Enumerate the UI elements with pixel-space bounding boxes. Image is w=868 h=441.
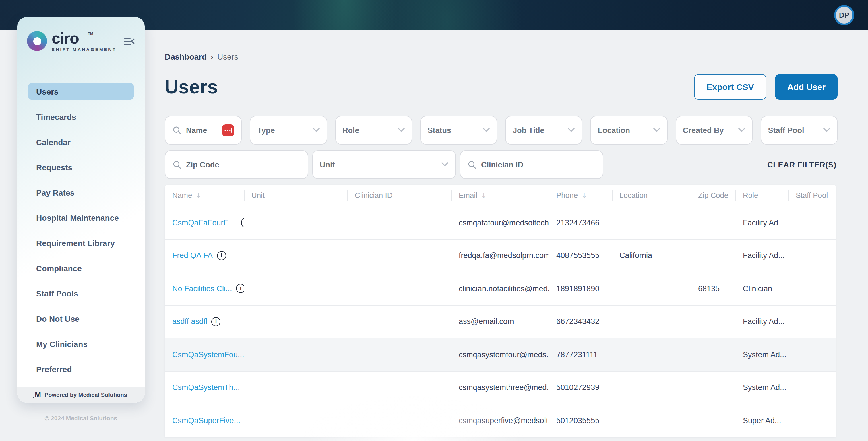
user-name-link[interactable]: No Facilities Cli... bbox=[172, 284, 232, 293]
column-label: Zip Code bbox=[698, 191, 728, 200]
user-name-link[interactable]: Fred QA FA bbox=[172, 251, 213, 260]
staff-pool-filter-select[interactable]: Staff Pool bbox=[761, 116, 838, 144]
brand-tagline: SHIFT MANAGEMENT bbox=[52, 47, 117, 52]
table-row[interactable]: CsmQaFaFourF ... csmqafafour@medsoltech.… bbox=[165, 206, 836, 239]
sort-arrow-icon[interactable] bbox=[481, 191, 487, 200]
column-header-clinician-id[interactable]: Clinician ID bbox=[347, 185, 451, 206]
phone-cell: 2132473466 bbox=[549, 218, 612, 227]
clear-filters-button[interactable]: CLEAR FILTER(S) bbox=[767, 160, 838, 169]
sidebar-item-preferred[interactable]: Preferred bbox=[28, 360, 134, 378]
partial-info-icon bbox=[241, 218, 244, 228]
clinician-id-filter-input[interactable] bbox=[481, 160, 596, 169]
add-user-button[interactable]: Add User bbox=[775, 74, 838, 100]
sidebar-item-label: Hospital Maintenance bbox=[36, 213, 119, 222]
sidebar-item-pay-rates[interactable]: Pay Rates bbox=[28, 183, 134, 201]
user-name-link[interactable]: CsmQaSuperFive... bbox=[172, 416, 240, 425]
email-cell: fredqa.fa@medsolprn.com bbox=[451, 251, 549, 260]
sidebar-item-label: Users bbox=[36, 87, 59, 96]
table-row[interactable]: asdff asdfl ass@email.com 6672343432 Fac… bbox=[165, 305, 836, 338]
sidebar-item-label: Compliance bbox=[36, 264, 82, 273]
table-row[interactable]: No Facilities Cli... clinician.nofacilit… bbox=[165, 272, 836, 305]
sidebar-item-calendar[interactable]: Calendar bbox=[28, 133, 134, 151]
sidebar-collapse-icon[interactable] bbox=[123, 36, 135, 49]
medical-solutions-logo-icon: M bbox=[35, 391, 41, 399]
header-actions: Export CSV Add User bbox=[694, 74, 838, 100]
user-avatar[interactable]: DP bbox=[834, 5, 854, 25]
search-icon bbox=[172, 160, 181, 169]
column-header-name[interactable]: Name bbox=[165, 185, 244, 206]
column-header-staff-pool[interactable]: Staff Pool bbox=[788, 185, 836, 206]
sidebar-item-do-not-use[interactable]: Do Not Use bbox=[28, 310, 134, 328]
column-header-email[interactable]: Email bbox=[451, 185, 549, 206]
breadcrumb-dashboard-link[interactable]: Dashboard bbox=[165, 52, 207, 61]
column-header-role[interactable]: Role bbox=[735, 185, 788, 206]
phone-cell: 1891891890 bbox=[549, 284, 612, 293]
unit-filter-select[interactable]: Unit bbox=[312, 150, 456, 179]
user-name-link[interactable]: CsmQaSystemTh... bbox=[172, 383, 240, 392]
table-row[interactable]: CsmQaSystemTh... csmqasystemthree@med...… bbox=[165, 371, 836, 404]
column-header-unit[interactable]: Unit bbox=[244, 185, 347, 206]
export-csv-button[interactable]: Export CSV bbox=[694, 74, 767, 100]
chevron-down-icon bbox=[441, 162, 448, 167]
sidebar-item-compliance[interactable]: Compliance bbox=[28, 259, 134, 277]
sidebar-item-hospital-maintenance[interactable]: Hospital Maintenance bbox=[28, 209, 134, 227]
sidebar-item-timecards[interactable]: Timecards bbox=[28, 108, 134, 126]
sidebar-item-requests[interactable]: Requests bbox=[28, 158, 134, 176]
job-title-filter-select[interactable]: Job Title bbox=[505, 116, 582, 144]
email-cell: csmqafafour@medsoltech... bbox=[451, 218, 549, 227]
chevron-down-icon bbox=[313, 128, 319, 133]
trademark-label: TM bbox=[88, 32, 93, 36]
user-name-link[interactable]: CsmQaFaFourF ... bbox=[172, 218, 237, 227]
name-filter-field[interactable] bbox=[165, 116, 242, 144]
table-row[interactable]: CsmQaSystemFou... csmqasystemfour@meds..… bbox=[165, 338, 836, 371]
status-filter-label: Status bbox=[428, 126, 478, 134]
staff-pool-filter-label: Staff Pool bbox=[768, 126, 819, 134]
status-filter-select[interactable]: Status bbox=[420, 116, 497, 144]
password-manager-autofill-icon[interactable] bbox=[222, 124, 235, 136]
info-icon[interactable] bbox=[217, 251, 226, 260]
table-row[interactable]: Fred QA FA fredqa.fa@medsolprn.com 40875… bbox=[165, 239, 836, 272]
table-row[interactable]: CsmQaSuperFive... csmqasuperfive@medsolt… bbox=[165, 404, 836, 437]
zip-code-filter-input[interactable] bbox=[186, 160, 301, 169]
column-header-phone[interactable]: Phone bbox=[549, 185, 612, 206]
chevron-down-icon bbox=[568, 128, 575, 133]
job-title-filter-label: Job Title bbox=[513, 126, 563, 134]
created-by-filter-select[interactable]: Created By bbox=[675, 116, 753, 144]
chevron-down-icon bbox=[653, 128, 660, 133]
filter-row-2: Unit CLEAR FILTER(S) bbox=[165, 150, 838, 179]
powered-by-bar: M Powered by Medical Solutions bbox=[17, 387, 145, 403]
page-title: Users bbox=[165, 76, 218, 98]
sort-arrow-icon[interactable] bbox=[195, 191, 201, 200]
clinician-id-filter-field[interactable] bbox=[460, 150, 603, 179]
sidebar-item-label: Requirement Library bbox=[36, 238, 115, 247]
unit-filter-label: Unit bbox=[320, 160, 437, 169]
sort-arrow-icon[interactable] bbox=[581, 191, 587, 200]
location-filter-select[interactable]: Location bbox=[590, 116, 668, 144]
column-label: Name bbox=[172, 191, 192, 200]
sidebar-item-staff-pools[interactable]: Staff Pools bbox=[28, 284, 134, 302]
column-label: Location bbox=[619, 191, 648, 200]
name-filter-input[interactable] bbox=[186, 126, 218, 134]
chevron-down-icon bbox=[823, 128, 830, 133]
column-label: Unit bbox=[251, 191, 265, 200]
sidebar-item-users[interactable]: Users bbox=[28, 82, 134, 100]
email-cell: csmqasystemfour@meds... bbox=[451, 350, 549, 359]
role-filter-select[interactable]: Role bbox=[335, 116, 412, 144]
phone-cell: 5010272939 bbox=[549, 383, 612, 392]
info-icon[interactable] bbox=[212, 317, 221, 326]
user-name-link[interactable]: CsmQaSystemFou... bbox=[172, 350, 244, 359]
role-cell: System Ad... bbox=[735, 350, 788, 359]
copyright-label: © 2024 Medical Solutions bbox=[17, 415, 145, 421]
info-icon[interactable] bbox=[236, 284, 244, 293]
zip-code-filter-field[interactable] bbox=[165, 150, 308, 179]
sidebar-item-requirement-library[interactable]: Requirement Library bbox=[28, 234, 134, 252]
user-name-link[interactable]: asdff asdfl bbox=[172, 317, 208, 326]
sidebar-item-my-clinicians[interactable]: My Clinicians bbox=[28, 335, 134, 353]
column-header-zip-code[interactable]: Zip Code bbox=[691, 185, 735, 206]
chevron-down-icon bbox=[483, 128, 490, 133]
created-by-filter-label: Created By bbox=[683, 126, 734, 134]
type-filter-select[interactable]: Type bbox=[250, 116, 327, 144]
ciro-logo-icon bbox=[27, 31, 47, 51]
column-header-location[interactable]: Location bbox=[612, 185, 691, 206]
role-cell: Facility Ad... bbox=[735, 218, 788, 227]
